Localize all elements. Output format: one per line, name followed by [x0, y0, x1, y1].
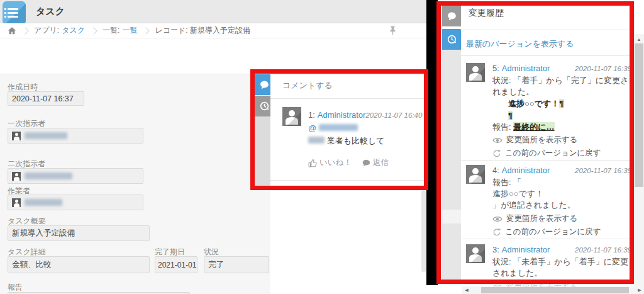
reply-button[interactable]: 返信	[362, 157, 389, 168]
show-diff-link[interactable]: 変更箇所を表示する	[492, 135, 577, 145]
field-secondary-instructor-value	[8, 168, 143, 184]
scroll-up-arrow[interactable]: ▲	[634, 36, 644, 43]
avatar	[466, 165, 485, 184]
breadcrumb: アプリ:タスク 一覧:一覧 レコード: 新規導入予定設備	[0, 23, 426, 38]
history-timestamp: 2020-11-07 16:39	[575, 167, 631, 174]
record-form: 作成日時 2020-11-07 16:37 一次指示者 二次指示者 作業者 タス…	[0, 74, 270, 294]
divider	[460, 30, 634, 30]
scroll-left-arrow[interactable]: ◀	[463, 286, 470, 294]
field-due-date-value: 2021-01-01	[155, 256, 197, 273]
history-clock-icon	[259, 101, 270, 111]
history-report-text-line3: 」が追記されました。	[492, 200, 575, 211]
breadcrumb-app-prefix: アプリ:	[34, 26, 59, 35]
background-gap	[426, 0, 438, 285]
comment-scrollbar-thumb[interactable]	[421, 190, 426, 272]
history-author-link[interactable]: Administrator	[502, 64, 550, 73]
field-worker-value	[8, 195, 143, 210]
breadcrumb-record-text: レコード: 新規導入予定設備	[155, 25, 250, 36]
breadcrumb-list: 一覧:一覧	[103, 25, 137, 36]
eye-icon	[492, 215, 502, 223]
tab-comments[interactable]	[442, 6, 461, 26]
history-entry-author: 5:Administrator	[492, 64, 550, 73]
pin-icon[interactable]	[389, 26, 397, 38]
field-detail-value: 金額、比較	[8, 256, 150, 273]
home-icon[interactable]	[8, 26, 16, 35]
comment-body: 業者も比較して	[308, 135, 385, 147]
user-icon	[12, 132, 21, 140]
comment-panel-title: コメントする	[282, 80, 333, 91]
horizontal-scrollbar[interactable]: ◀ ▶	[462, 286, 644, 294]
history-panel: 変更履歴 最新のバージョンを表示する 5:Administrator 2020-…	[460, 0, 634, 294]
breadcrumb-separator	[21, 27, 28, 34]
revert-version-link[interactable]: この前のバージョンに戻す	[492, 148, 601, 159]
breadcrumb-list-prefix: 一覧:	[103, 26, 119, 35]
comment-bubble-icon	[447, 11, 457, 21]
breadcrumb-separator	[143, 27, 150, 34]
divider	[270, 98, 426, 99]
history-entry-header: 5:Administrator 2020-11-07 16:39	[492, 64, 631, 73]
user-icon	[12, 172, 21, 181]
vertical-scrollbar-thumb[interactable]	[635, 43, 643, 187]
history-added-text: 進捗○○です！¶	[508, 98, 564, 110]
comment-header-row: 1:Administrator 2020-11-07 16:40	[308, 110, 420, 120]
redacted-user-name	[25, 172, 72, 179]
eye-icon	[492, 137, 502, 144]
tabstrip-column	[442, 50, 461, 285]
comment-panel: コメントする 1:Administrator 2020-11-07 16:40 …	[270, 74, 426, 294]
revert-version-link[interactable]: この前のバージョンに戻す	[492, 227, 601, 237]
avatar	[466, 63, 485, 82]
tabstrip-scroll-patch	[442, 210, 461, 223]
avatar	[282, 107, 301, 126]
scroll-right-arrow[interactable]: ▶	[636, 286, 643, 294]
horizontal-scrollbar-thumb[interactable]	[481, 287, 629, 293]
reply-bubble-icon	[362, 159, 370, 167]
history-author-link[interactable]: Administrator	[502, 166, 550, 175]
field-label-report: 報告	[8, 282, 23, 293]
history-status-change-text: 状況: 「着手」から「完了」に変更されました。	[492, 75, 630, 98]
comment-bubble-icon	[259, 80, 270, 90]
field-summary-value: 新規導入予定設備	[8, 225, 150, 241]
latest-version-link[interactable]: 最新のバージョンを表示する	[466, 38, 574, 50]
divider	[460, 239, 634, 239]
history-entry-author: 4:Administrator	[492, 166, 550, 175]
revert-icon	[492, 149, 501, 158]
divider	[460, 160, 634, 161]
breadcrumb-separator	[90, 27, 97, 34]
tab-history[interactable]	[442, 29, 461, 50]
vertical-scrollbar[interactable]: ▲ ▼	[634, 35, 644, 294]
breadcrumb-list-link[interactable]: 一覧	[122, 26, 137, 35]
divider	[270, 180, 426, 181]
history-entry-header: 3:Administrator 2020-11-07 16:39	[492, 245, 631, 254]
record-toolbar: + ⚙	[0, 38, 426, 74]
change-history-window: 変更履歴 最新のバージョンを表示する 5:Administrator 2020-…	[438, 0, 644, 294]
history-report-text-line1: 報告: 「	[492, 177, 521, 188]
comment-author-link[interactable]: Administrator	[318, 110, 366, 120]
history-status-change-text: 状況: 「未着手」から「着手」に変更されました。	[492, 256, 630, 279]
revert-icon	[492, 228, 501, 237]
redacted-mention-name	[319, 124, 358, 131]
mention-at-symbol[interactable]: @	[308, 123, 316, 133]
history-timestamp: 2020-11-07 16:39	[575, 246, 631, 254]
breadcrumb-app-link[interactable]: タスク	[62, 26, 85, 35]
thumbs-up-icon	[308, 159, 317, 167]
field-status-value: 完了	[204, 256, 269, 273]
history-pilcrow-line: ¶	[508, 110, 513, 122]
history-entry-header: 4:Administrator 2020-11-07 16:39	[492, 166, 631, 175]
history-report-line: 報告: 最終的に…	[492, 122, 555, 133]
comment-timestamp: 2020-11-07 16:40	[365, 111, 422, 119]
app-header-bar: タスク	[0, 0, 426, 23]
history-author-link[interactable]: Administrator	[502, 245, 550, 254]
history-clock-icon	[447, 34, 457, 45]
divider	[460, 55, 634, 56]
like-button[interactable]: いいね！	[308, 157, 352, 168]
app-title: タスク	[36, 0, 65, 23]
redacted-user-name	[25, 132, 67, 139]
screenshot-canvas: タスク アプリ:タスク 一覧:一覧 レコード: 新規導入予定設備 +	[0, 0, 644, 294]
field-primary-instructor-value	[8, 128, 143, 144]
field-created-value: 2020-11-07 16:37	[8, 91, 84, 106]
app-list-icon[interactable]	[3, 1, 26, 25]
comment-author: 1:Administrator	[308, 110, 365, 120]
redacted-user-name	[25, 199, 62, 206]
user-icon	[12, 198, 21, 207]
show-diff-link[interactable]: 変更箇所を表示する	[492, 213, 577, 224]
